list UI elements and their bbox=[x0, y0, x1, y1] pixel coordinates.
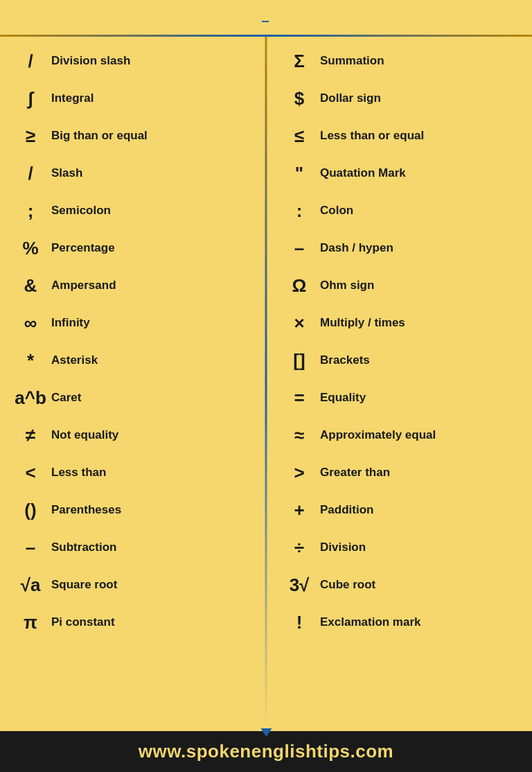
symbol-label: Dollar sign bbox=[320, 91, 525, 105]
brand-logo bbox=[262, 21, 271, 22]
symbol-glyph: – bbox=[278, 238, 320, 259]
left-symbol-row: ≥ Big than or equal bbox=[0, 117, 266, 155]
symbol-glyph: Σ bbox=[278, 51, 320, 72]
symbol-label: Exclamation mark bbox=[320, 615, 525, 629]
symbol-label: Summation bbox=[320, 54, 525, 68]
left-symbol-row: √a Square root bbox=[0, 566, 266, 604]
footer: www.spokenenglishtips.com bbox=[0, 731, 532, 772]
symbol-glyph: : bbox=[278, 200, 320, 222]
symbol-label: Not equality bbox=[51, 428, 259, 442]
symbol-glyph: ÷ bbox=[278, 537, 320, 559]
symbol-glyph: / bbox=[10, 163, 51, 184]
left-symbol-row: () Parentheses bbox=[0, 491, 266, 529]
symbol-glyph: ! bbox=[278, 612, 320, 633]
symbol-glyph: % bbox=[10, 238, 51, 259]
symbol-label: Semicolon bbox=[51, 204, 259, 218]
right-symbol-row: + Paddition bbox=[266, 491, 532, 529]
symbol-glyph: ; bbox=[10, 200, 51, 222]
left-symbol-row: a^b Caret bbox=[0, 379, 266, 416]
symbol-glyph: [] bbox=[278, 350, 320, 371]
symbol-glyph: = bbox=[278, 387, 320, 409]
symbol-glyph: * bbox=[10, 350, 51, 371]
symbol-glyph: () bbox=[10, 500, 51, 521]
left-symbol-row: – Subtraction bbox=[0, 529, 266, 566]
symbol-label: Multiply / times bbox=[320, 316, 525, 330]
symbol-label: Brackets bbox=[320, 353, 525, 367]
right-symbol-row: ! Exclamation mark bbox=[266, 604, 532, 641]
brand-s-letter bbox=[262, 21, 269, 22]
right-symbol-row: : Colon bbox=[266, 192, 532, 229]
left-symbol-row: / Slash bbox=[0, 155, 266, 192]
symbol-glyph: < bbox=[10, 462, 51, 484]
right-symbol-row: × Multiply / times bbox=[266, 304, 532, 342]
right-symbol-row: > Greater than bbox=[266, 454, 532, 491]
left-column: / Division slash ∫ Integral ≥ Big than o… bbox=[0, 37, 266, 731]
symbol-glyph: ≠ bbox=[10, 425, 51, 446]
symbol-label: Approximately equal bbox=[320, 428, 525, 442]
arrow-down-icon bbox=[260, 728, 272, 737]
right-symbol-row: ÷ Division bbox=[266, 529, 532, 566]
symbol-glyph: 3√ bbox=[278, 574, 320, 596]
symbol-glyph: / bbox=[10, 51, 51, 72]
symbol-glyph: ≤ bbox=[278, 125, 320, 147]
left-symbol-row: / Division slash bbox=[0, 42, 266, 80]
page-header bbox=[0, 0, 532, 30]
right-symbol-row: = Equality bbox=[266, 379, 532, 416]
right-symbol-row: ≈ Approximately equal bbox=[266, 416, 532, 454]
symbol-label: Big than or equal bbox=[51, 129, 259, 143]
left-symbol-row: * Asterisk bbox=[0, 342, 266, 379]
symbol-label: Asterisk bbox=[51, 353, 259, 367]
right-symbol-row: " Quatation Mark bbox=[266, 155, 532, 192]
symbol-label: Ohm sign bbox=[320, 279, 525, 292]
left-symbol-row: % Percentage bbox=[0, 229, 266, 267]
symbol-label: Pi constant bbox=[51, 615, 259, 629]
vertical-divider bbox=[265, 37, 267, 731]
right-symbol-row: 3√ Cube root bbox=[266, 566, 532, 604]
symbol-glyph: + bbox=[278, 500, 320, 521]
symbol-glyph: π bbox=[10, 612, 51, 633]
symbol-label: Dash / hypen bbox=[320, 241, 525, 255]
symbol-label: Subtraction bbox=[51, 541, 259, 554]
right-symbol-row: Σ Summation bbox=[266, 42, 532, 80]
symbol-label: Infinity bbox=[51, 316, 259, 330]
symbol-label: Caret bbox=[51, 391, 259, 405]
symbol-label: Slash bbox=[51, 166, 259, 180]
left-symbol-row: ; Semicolon bbox=[0, 192, 266, 229]
left-symbol-row: ≠ Not equality bbox=[0, 416, 266, 454]
symbol-glyph: ∫ bbox=[10, 88, 51, 109]
symbol-glyph: ≥ bbox=[10, 125, 51, 147]
symbol-label: Equality bbox=[320, 391, 525, 405]
left-symbol-row: ∫ Integral bbox=[0, 80, 266, 117]
symbol-label: Less than or equal bbox=[320, 129, 525, 143]
symbols-content: / Division slash ∫ Integral ≥ Big than o… bbox=[0, 37, 532, 731]
symbol-label: Integral bbox=[51, 91, 259, 105]
symbol-label: Less than bbox=[51, 466, 259, 480]
symbol-label: Ampersand bbox=[51, 279, 259, 292]
right-symbol-row: [] Brackets bbox=[266, 342, 532, 379]
right-column: Σ Summation $ Dollar sign ≤ Less than or… bbox=[266, 37, 532, 731]
symbol-label: Colon bbox=[320, 204, 525, 218]
symbol-glyph: & bbox=[10, 275, 51, 297]
symbol-label: Division slash bbox=[51, 54, 259, 68]
right-symbol-row: ≤ Less than or equal bbox=[266, 117, 532, 155]
left-symbol-row: ∞ Infinity bbox=[0, 304, 266, 342]
symbol-glyph: Ω bbox=[278, 275, 320, 297]
symbol-glyph: √a bbox=[10, 574, 51, 596]
symbol-glyph: ∞ bbox=[10, 313, 51, 334]
right-symbol-row: – Dash / hypen bbox=[266, 229, 532, 267]
left-symbol-row: & Ampersand bbox=[0, 267, 266, 304]
symbol-glyph: ≈ bbox=[278, 425, 320, 446]
symbol-label: Division bbox=[320, 541, 525, 554]
left-symbol-row: π Pi constant bbox=[0, 604, 266, 641]
symbol-label: Parentheses bbox=[51, 503, 259, 517]
symbol-label: Quatation Mark bbox=[320, 166, 525, 180]
symbol-label: Percentage bbox=[51, 241, 259, 255]
symbol-glyph: > bbox=[278, 462, 320, 484]
right-symbol-row: Ω Ohm sign bbox=[266, 267, 532, 304]
footer-text: www.spokenenglishtips.com bbox=[139, 741, 393, 762]
right-symbol-row: $ Dollar sign bbox=[266, 80, 532, 117]
symbol-label: Cube root bbox=[320, 578, 525, 592]
symbol-glyph: $ bbox=[278, 88, 320, 109]
symbol-glyph: " bbox=[278, 163, 320, 184]
symbol-label: Greater than bbox=[320, 466, 525, 480]
